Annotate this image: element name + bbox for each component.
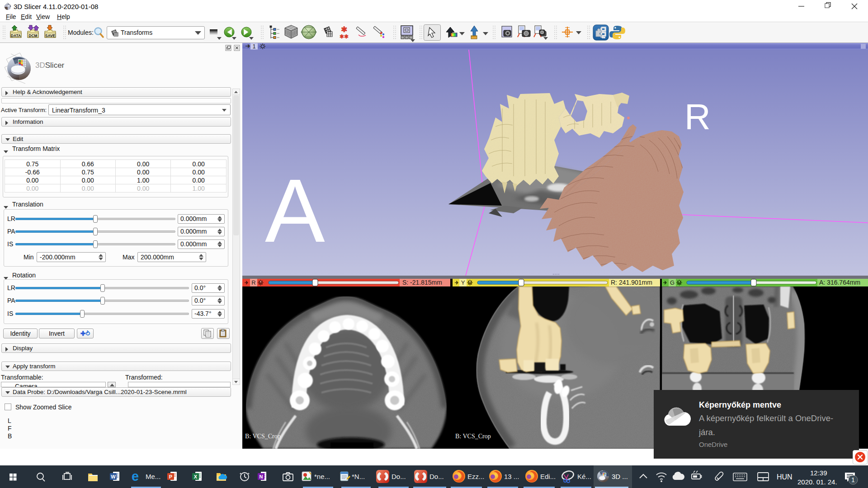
svg-text:P: P (169, 474, 172, 479)
svg-text:HUN: HUN (777, 473, 793, 481)
svg-text:1: 1 (851, 476, 855, 483)
svg-text:*N...: *N... (352, 473, 365, 480)
svg-text:W: W (111, 474, 116, 479)
svg-text:Ké...: Ké... (577, 473, 591, 480)
svg-text:R: R (251, 279, 255, 286)
svg-text:B: VCS_Crop: B: VCS_Crop (245, 433, 281, 440)
svg-text:R: R (684, 97, 711, 137)
svg-text:13 ...: 13 ... (504, 473, 519, 480)
svg-text:DCM: DCM (28, 33, 37, 38)
svg-text:Transforms: Transforms (121, 29, 152, 36)
svg-text:Do...: Do... (392, 473, 406, 480)
svg-text:1: 1 (253, 43, 256, 50)
svg-text:*ne...: *ne... (314, 473, 330, 480)
svg-text:12:39: 12:39 (810, 469, 827, 477)
svg-text:2020. 01. 24.: 2020. 01. 24. (797, 478, 837, 486)
svg-text:SAVE: SAVE (45, 33, 56, 38)
svg-text:N: N (259, 474, 263, 479)
svg-text:Edi...: Edi... (540, 473, 556, 480)
svg-text:DATA: DATA (11, 33, 21, 38)
svg-text:✱✱: ✱✱ (340, 33, 349, 40)
svg-text:e: e (132, 469, 139, 483)
svg-text:3D ...: 3D ... (612, 473, 628, 480)
svg-text:X: X (194, 474, 198, 479)
svg-text:A: A (265, 160, 325, 261)
svg-text:Modules:: Modules: (68, 29, 94, 36)
svg-text:Do...: Do... (429, 473, 444, 480)
svg-text:R: 241.901mm: R: 241.901mm (611, 279, 652, 286)
svg-text:G: G (670, 279, 675, 286)
svg-text:Ezz...: Ezz... (467, 473, 485, 480)
svg-text:A: 316.764mm: A: 316.764mm (819, 279, 860, 286)
svg-text:Me...: Me... (146, 473, 160, 480)
svg-text:✱: ✱ (341, 25, 347, 34)
svg-text:S: -21.815mm: S: -21.815mm (402, 279, 442, 286)
svg-text:Y: Y (461, 279, 465, 286)
svg-text:B: VCS_Crop: B: VCS_Crop (455, 433, 491, 440)
